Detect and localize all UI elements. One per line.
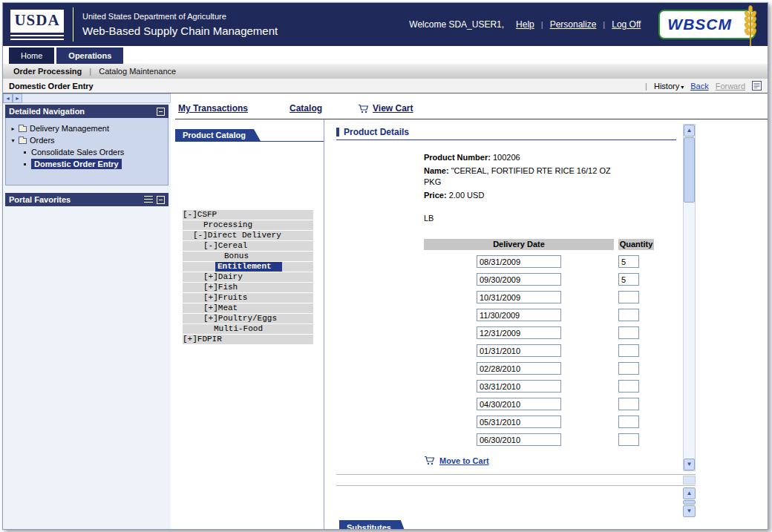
product-catalog-panel: Product Catalog [-]CSFPProcessing[-]Dire…: [175, 119, 324, 529]
logoff-link[interactable]: Log Off: [612, 19, 641, 30]
quantity-input[interactable]: [618, 433, 639, 446]
quantity-cell: [618, 255, 654, 268]
catalog-node[interactable]: [+]Poultry/Eggs: [183, 314, 313, 324]
move-to-cart-link[interactable]: Move to Cart: [439, 456, 489, 465]
delivery-date-input[interactable]: [477, 273, 561, 286]
scroll-down-icon[interactable]: ▼: [684, 459, 695, 470]
delivery-date-input[interactable]: [477, 309, 561, 321]
separator: |: [541, 20, 543, 29]
quantity-header: Quantity: [618, 239, 654, 250]
catalog-node-label[interactable]: [-]Direct Delivery: [193, 231, 281, 240]
view-cart-link[interactable]: View Cart: [358, 103, 413, 114]
my-transactions-link[interactable]: My Transactions: [178, 103, 248, 114]
sidebar-hscrollbar: ◄ ►: [3, 93, 171, 103]
nav-item-label[interactable]: Consolidate Sales Orders: [31, 148, 124, 157]
forward-link[interactable]: Forward: [716, 82, 745, 91]
history-menu[interactable]: History▾: [654, 82, 684, 91]
tab-home[interactable]: Home: [9, 47, 54, 64]
scroll-left-icon[interactable]: ◄: [3, 93, 13, 103]
catalog-node-label[interactable]: Multi-Food: [214, 324, 263, 334]
delivery-date-input[interactable]: [477, 255, 561, 268]
quantity-input[interactable]: [618, 344, 639, 357]
collapse-icon[interactable]: [157, 196, 165, 204]
quantity-cell: [618, 398, 654, 410]
catalog-node-label[interactable]: [+]Meat: [203, 303, 238, 313]
view-cart-label[interactable]: View Cart: [373, 103, 413, 114]
delivery-date-input[interactable]: [477, 433, 561, 446]
scroll-right-icon[interactable]: ►: [13, 93, 22, 103]
scrollbar-thumb[interactable]: [683, 500, 696, 505]
catalog-node[interactable]: [+]Fish: [183, 283, 313, 292]
catalog-node[interactable]: [+]Meat: [183, 303, 313, 313]
nav-item-label[interactable]: Domestic Order Entry: [31, 159, 122, 169]
catalog-link[interactable]: Catalog: [290, 103, 322, 114]
tab-substitutes[interactable]: Substitutes: [339, 520, 408, 530]
catalog-node[interactable]: Bonus: [183, 252, 313, 261]
quantity-input[interactable]: [618, 255, 639, 268]
nav-item-label[interactable]: Delivery Management: [30, 124, 109, 133]
nav-item-delivery-management[interactable]: ▸Delivery Management: [7, 122, 166, 134]
catalog-node[interactable]: Multi-Food: [183, 324, 313, 334]
catalog-node[interactable]: [-]Direct Delivery: [183, 231, 313, 240]
scrollbar-thumb[interactable]: [684, 137, 695, 203]
caret-right-icon[interactable]: ▸: [10, 125, 16, 132]
catalog-node[interactable]: Entitlement: [183, 262, 313, 272]
move-to-cart[interactable]: Move to Cart: [424, 456, 676, 465]
catalog-node-label[interactable]: Entitlement: [215, 262, 282, 272]
catalog-node[interactable]: [-]Cereal: [183, 241, 313, 251]
quantity-input[interactable]: [618, 326, 639, 339]
scrollbar-track[interactable]: [684, 203, 695, 459]
tab-product-catalog[interactable]: Product Catalog: [175, 129, 261, 141]
delivery-date-input[interactable]: [477, 380, 561, 393]
caret-down-icon[interactable]: ▾: [10, 137, 16, 144]
catalog-node-label[interactable]: [-]CSFP: [183, 210, 217, 220]
nav-item-consolidate-sales-orders[interactable]: Consolidate Sales Orders: [7, 146, 166, 158]
subnav-catalog-maintenance[interactable]: Catalog Maintenance: [99, 67, 176, 76]
scroll-up-icon[interactable]: ▲: [684, 125, 695, 137]
quantity-input[interactable]: [618, 380, 639, 393]
quantity-input[interactable]: [618, 309, 639, 321]
delivery-date-input[interactable]: [477, 416, 561, 428]
catalog-node[interactable]: [+]FDPIR: [183, 335, 313, 344]
scroll-up-icon[interactable]: ▲: [683, 487, 696, 499]
personalize-link[interactable]: Personalize: [550, 19, 597, 30]
catalog-node-label[interactable]: [-]Cereal: [203, 241, 247, 251]
header-rule: [336, 139, 676, 140]
back-link[interactable]: Back: [690, 82, 708, 91]
quantity-input[interactable]: [618, 291, 639, 303]
quantity-input[interactable]: [618, 398, 639, 410]
delivery-date-input[interactable]: [477, 344, 561, 357]
scrollbar-track[interactable]: [22, 93, 171, 103]
catalog-node-label[interactable]: [+]Poultry/Eggs: [203, 314, 277, 324]
delivery-date-input[interactable]: [477, 326, 561, 339]
quantity-input[interactable]: [618, 416, 639, 428]
nav-item-orders[interactable]: ▾Orders: [7, 134, 166, 146]
list-icon[interactable]: [144, 196, 153, 203]
scroll-down-icon[interactable]: ▼: [683, 505, 696, 517]
subnav-order-processing[interactable]: Order Processing: [13, 67, 82, 76]
quantity-input[interactable]: [618, 273, 639, 286]
catalog-node-label[interactable]: [+]FDPIR: [183, 335, 222, 344]
delivery-date-input[interactable]: [477, 362, 561, 375]
catalog-node-label[interactable]: [+]Dairy: [203, 272, 243, 282]
catalog-node[interactable]: [+]Fruits: [183, 293, 313, 303]
product-details-panel: Product Details Product Number: 100206 N…: [324, 119, 696, 529]
catalog-node[interactable]: [+]Dairy: [183, 272, 313, 282]
nav-item-domestic-order-entry[interactable]: Domestic Order Entry: [7, 158, 166, 170]
catalog-node-label[interactable]: Processing: [203, 220, 252, 230]
help-link[interactable]: Help: [516, 19, 534, 30]
nav-item-label[interactable]: Orders: [30, 136, 55, 145]
collapse-icon[interactable]: [157, 108, 165, 116]
catalog-node[interactable]: [-]CSFP: [183, 210, 313, 220]
delivery-date-cell: [424, 380, 614, 393]
quantity-input[interactable]: [618, 362, 639, 375]
delivery-date-input[interactable]: [477, 398, 561, 410]
product-info: Product Number: 100206 Name: "CEREAL, FO…: [424, 152, 618, 224]
delivery-date-input[interactable]: [477, 291, 561, 303]
tab-operations[interactable]: Operations: [56, 47, 123, 64]
catalog-node-label[interactable]: [+]Fish: [203, 283, 238, 292]
document-icon[interactable]: [752, 81, 762, 91]
catalog-node[interactable]: Processing: [183, 220, 313, 230]
catalog-node-label[interactable]: Bonus: [224, 252, 249, 261]
catalog-node-label[interactable]: [+]Fruits: [203, 293, 247, 303]
